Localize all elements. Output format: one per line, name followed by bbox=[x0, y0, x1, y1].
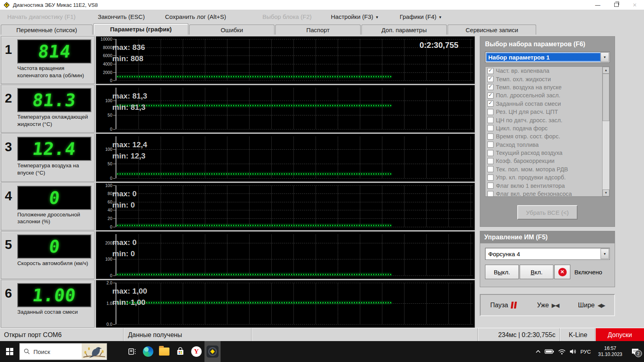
parameter-checkbox-row[interactable]: ✓Заданный состав смеси bbox=[485, 100, 609, 108]
parameter-checkbox-row[interactable]: Время откр. сост. форс. bbox=[485, 132, 609, 140]
yandex-browser-icon[interactable]: Y bbox=[188, 341, 204, 362]
volume-icon[interactable] bbox=[570, 348, 577, 355]
parameter-checkbox-row[interactable]: ЦН по датч. дросс. засл. bbox=[485, 116, 609, 124]
narrower-button[interactable]: Уже ▶◀ bbox=[537, 302, 559, 309]
actuator-cancel-button[interactable]: ✕ bbox=[554, 265, 570, 279]
wider-button[interactable]: Шире ◀▶ bbox=[578, 302, 605, 309]
checkbox-unchecked-icon[interactable] bbox=[487, 166, 493, 172]
parameter-checkbox-row[interactable]: ✓Част. вр. коленвала bbox=[485, 67, 609, 75]
parameter-checkbox-row[interactable]: Упр. кл. продувки адсорб. bbox=[485, 173, 609, 181]
parameter-checkbox-row[interactable]: ✓Темп. охл. жидкости bbox=[485, 75, 609, 83]
minimize-icon[interactable]: — bbox=[588, 0, 607, 10]
max-label: max: 12,4 bbox=[112, 139, 147, 150]
language-indicator[interactable]: РУС bbox=[580, 349, 591, 355]
axis-tick-label: 40 bbox=[107, 208, 112, 212]
checkbox-unchecked-icon[interactable] bbox=[487, 191, 493, 197]
parameter-checkbox-row[interactable]: ✓Пол. дроссельной засл. bbox=[485, 91, 609, 99]
menu-item-finish[interactable]: Закончить (ESC) bbox=[98, 13, 145, 20]
parameter-set-dropdown[interactable]: Набор параметров 1 ▼ bbox=[485, 51, 610, 63]
close-icon[interactable]: ✕ bbox=[625, 0, 644, 10]
chevron-down-icon: ▼ bbox=[438, 15, 442, 19]
min-label: min: 12,3 bbox=[112, 150, 147, 162]
max-label: max: 0 bbox=[112, 237, 136, 248]
notification-center-icon[interactable]: 2 bbox=[631, 348, 639, 355]
menu-item-charts[interactable]: Графики (F4)▼ bbox=[400, 13, 442, 20]
parameter-checkbox-row[interactable]: Цикл. подача форс bbox=[485, 124, 609, 132]
axis-tick-label: 4000 bbox=[103, 62, 112, 66]
menu-item-save-log[interactable]: Сохранить лог (Alt+S) bbox=[165, 13, 226, 20]
battery-icon[interactable] bbox=[545, 349, 554, 354]
wifi-icon[interactable] bbox=[558, 349, 566, 355]
status-timing: 234мс | 0:2:30,755с bbox=[478, 328, 560, 341]
elapsed-time-label: 0:2:30,755 bbox=[419, 41, 458, 50]
task-view-icon[interactable] bbox=[124, 341, 140, 362]
taskbar-search[interactable]: Поиск bbox=[19, 343, 107, 360]
gridline bbox=[116, 193, 473, 194]
parameter-checkbox-row[interactable]: Текущий расход воздуха bbox=[485, 149, 609, 157]
checkbox-checked-icon[interactable]: ✓ bbox=[487, 93, 493, 99]
tray-chevron-up-icon[interactable] bbox=[535, 349, 541, 354]
checkbox-checked-icon[interactable]: ✓ bbox=[487, 84, 493, 90]
tab-extra-parameters[interactable]: Доп. параметры bbox=[361, 25, 447, 35]
restore-icon[interactable] bbox=[607, 0, 625, 10]
parameter-checkbox-row[interactable]: Флаг вклю 1 вентилятора bbox=[485, 181, 609, 189]
axis-tick-label: 10000 bbox=[101, 37, 112, 41]
plot-area bbox=[116, 234, 473, 276]
checkbox-unchecked-icon[interactable] bbox=[487, 134, 493, 140]
tab-service-records[interactable]: Сервисные записи bbox=[448, 25, 536, 35]
pause-button[interactable]: Пауза bbox=[490, 302, 518, 309]
actuator-off-button[interactable]: Выкл. bbox=[485, 265, 519, 279]
parameter-checkbox-row[interactable]: Рез. ЦН для расч. ЦПТ bbox=[485, 108, 609, 116]
tab-parameters-graph[interactable]: Параметры (график) bbox=[93, 23, 188, 35]
checkbox-unchecked-icon[interactable] bbox=[487, 109, 493, 115]
max-min-labels: max: 0min: 0 bbox=[112, 188, 136, 211]
list-scrollbar[interactable]: ▲ ▼ bbox=[602, 67, 609, 196]
chevron-down-icon[interactable]: ▼ bbox=[601, 52, 609, 62]
parameter-checkbox-row[interactable]: Расход топлива bbox=[485, 141, 609, 149]
chevron-down-icon[interactable]: ▼ bbox=[601, 249, 609, 259]
axis-tick-label: 20 bbox=[107, 216, 112, 221]
scroll-up-icon[interactable]: ▲ bbox=[603, 67, 609, 74]
parameter-checkbox-row[interactable]: Коэф. барокоррекции bbox=[485, 157, 609, 165]
actuator-dropdown[interactable]: Форсунка 4 ▼ bbox=[485, 248, 610, 260]
axis-tick-mark bbox=[113, 129, 116, 130]
status-tolerances-badge[interactable]: Допуски bbox=[596, 328, 644, 341]
axis-tick-label: 6000 bbox=[103, 53, 112, 58]
actuator-on-button[interactable]: Вкл. bbox=[520, 265, 553, 279]
checkbox-unchecked-icon[interactable] bbox=[487, 150, 493, 156]
microsoft-store-icon[interactable] bbox=[172, 341, 188, 362]
remove-all-button[interactable]: Убрать ВСЕ (<) bbox=[517, 205, 578, 220]
edge-browser-icon[interactable] bbox=[140, 341, 156, 362]
checkbox-checked-icon[interactable]: ✓ bbox=[487, 101, 493, 107]
checkbox-unchecked-icon[interactable] bbox=[487, 175, 493, 181]
checkbox-checked-icon[interactable]: ✓ bbox=[487, 68, 493, 74]
tab-passport[interactable]: Паспорт bbox=[275, 25, 361, 35]
checkbox-unchecked-icon[interactable] bbox=[487, 142, 493, 148]
checkbox-unchecked-icon[interactable] bbox=[487, 183, 493, 189]
gridline bbox=[116, 64, 473, 64]
led-display: 0 bbox=[17, 186, 91, 210]
parameter-checkbox-label: Текущий расход воздуха bbox=[496, 150, 562, 156]
scrollbar-thumb[interactable] bbox=[603, 74, 609, 121]
scroll-down-icon[interactable]: ▼ bbox=[603, 189, 609, 196]
checkbox-unchecked-icon[interactable] bbox=[487, 158, 493, 164]
gridline bbox=[116, 276, 473, 276]
menu-item-settings[interactable]: Настройки (F3)▼ bbox=[331, 13, 379, 20]
parameter-number: 1 bbox=[5, 42, 12, 57]
checkbox-unchecked-icon[interactable] bbox=[487, 117, 493, 123]
axis-tick-label: 0 bbox=[110, 176, 112, 181]
taskbar-clock[interactable]: 16:57 31.10.2023 bbox=[595, 346, 625, 358]
parameter-checkbox-row[interactable]: Флаг вкл. реле бензонасоса bbox=[485, 190, 609, 197]
checkbox-unchecked-icon[interactable] bbox=[487, 125, 493, 131]
parameter-number: 2 bbox=[5, 91, 12, 106]
tab-errors[interactable]: Ошибки bbox=[189, 25, 275, 35]
parameter-checkbox-row[interactable]: ✓Темп. воздуха на впуске bbox=[485, 83, 609, 91]
cancel-circle-icon: ✕ bbox=[558, 268, 567, 276]
diagnostic-app-icon[interactable] bbox=[204, 341, 221, 362]
checkbox-checked-icon[interactable]: ✓ bbox=[487, 76, 493, 82]
parameter-checkbox-row[interactable]: Тек. пол. мом. мотора РДВ bbox=[485, 165, 609, 173]
status-protocol: K-Line bbox=[560, 328, 596, 341]
start-button[interactable] bbox=[0, 341, 19, 362]
file-explorer-icon[interactable] bbox=[156, 341, 172, 362]
tab-variables-list[interactable]: Переменные (список) bbox=[1, 25, 93, 35]
